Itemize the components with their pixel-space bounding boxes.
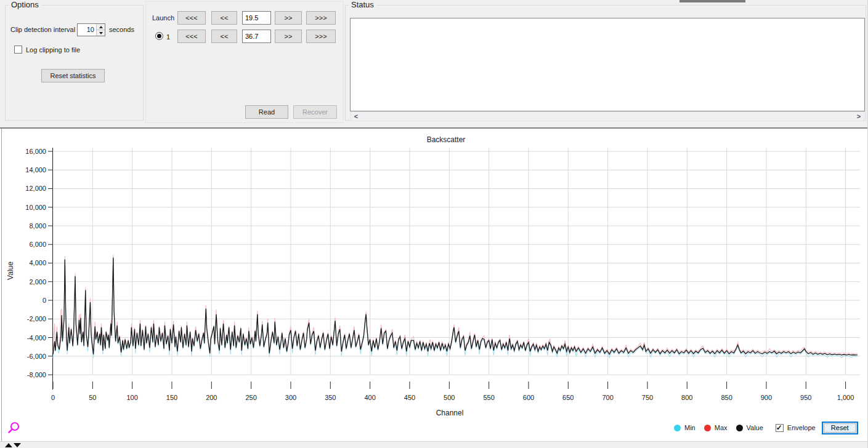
y-tick-label: -6,000 — [27, 353, 46, 360]
envelope-checkbox-label: Envelope — [787, 424, 816, 431]
launch-fwd-button[interactable]: >> — [275, 11, 302, 25]
x-tick-label: 450 — [404, 394, 415, 401]
spinner-up-button[interactable] — [97, 24, 105, 30]
splitter-up-arrow-icon[interactable] — [5, 443, 12, 447]
y-tick-label: 6,000 — [29, 241, 46, 248]
app-window: Options Clip detection interval 10 secon… — [0, 0, 868, 448]
x-tick-label: 300 — [285, 394, 296, 401]
x-tick-label: 100 — [126, 394, 137, 401]
ch1-fast-fwd-button[interactable]: >>> — [306, 30, 336, 43]
y-axis-label: Value — [6, 260, 15, 282]
x-tick-label: 700 — [602, 394, 613, 401]
value-series-label: Value — [747, 424, 763, 431]
log-clipping-checkbox[interactable] — [14, 46, 22, 54]
clip-interval-label: Clip detection interval — [10, 26, 75, 33]
scroll-left-arrow-icon[interactable]: < — [351, 112, 361, 121]
options-panel-title: Options — [9, 0, 41, 9]
y-tick-label: 8,000 — [29, 222, 46, 230]
x-tick-label: 500 — [444, 394, 455, 401]
x-tick-label: 200 — [206, 394, 217, 401]
ch1-fwd-button[interactable]: >> — [275, 30, 302, 43]
clip-interval-spinner[interactable]: 10 — [77, 23, 105, 36]
chart-legend: Min Max Value ✓ Envelope Reset — [674, 420, 858, 435]
spinner-down-button[interactable] — [97, 30, 105, 36]
clip-interval-value[interactable]: 10 — [78, 24, 96, 36]
x-tick-label: 600 — [523, 394, 534, 401]
status-panel: Status < > — [345, 5, 866, 121]
max-series-label: Max — [715, 424, 728, 431]
top-edge-scrollbar-thumb[interactable] — [679, 0, 745, 2]
y-tick-label: 2,000 — [29, 278, 46, 286]
x-tick-label: 750 — [642, 394, 653, 401]
up-arrow-icon — [99, 26, 103, 28]
checkmark-icon: ✓ — [776, 423, 782, 432]
value-series-line — [53, 257, 858, 354]
down-arrow-icon — [99, 32, 103, 34]
splitter-down-arrow-icon[interactable] — [14, 443, 21, 447]
envelope-checkbox[interactable]: ✓ — [776, 424, 784, 432]
ch1-value-field[interactable] — [242, 30, 271, 43]
y-tick-label: 16,000 — [25, 148, 46, 155]
y-tick-label: 0 — [43, 297, 46, 304]
x-tick-label: 350 — [325, 394, 336, 401]
chart-title: Backscatter — [403, 135, 489, 144]
value-series-dot-icon — [736, 425, 743, 431]
log-clipping-label: Log clipping to file — [26, 46, 80, 54]
status-panel-title: Status — [349, 0, 376, 9]
launch-back-button[interactable]: << — [211, 11, 237, 25]
launch-panel: Launch <<< << >> >>> 1 <<< << >> >>> Rea… — [145, 1, 344, 123]
status-hscrollbar[interactable]: < > — [351, 111, 864, 121]
x-tick-label: 800 — [681, 394, 692, 401]
y-tick-label: -2,000 — [27, 315, 46, 322]
x-tick-label: 850 — [721, 394, 732, 401]
y-tick-label: 10,000 — [25, 204, 46, 211]
magnifier-icon[interactable] — [6, 421, 22, 437]
read-button[interactable]: Read — [245, 105, 288, 119]
x-tick-label: 950 — [800, 394, 811, 401]
chart-panel: -8,000-6,000-4,000-2,00002,0004,0006,000… — [0, 127, 868, 441]
reset-statistics-button[interactable]: Reset statistics — [41, 69, 105, 82]
x-axis-label: Channel — [407, 409, 493, 417]
ch1-fast-back-button[interactable]: <<< — [177, 30, 206, 43]
channel-1-radio[interactable] — [155, 32, 163, 40]
x-tick-label: 400 — [364, 394, 375, 401]
x-tick-label: 1,000 — [837, 394, 854, 401]
recover-button: Recover — [293, 105, 337, 119]
launch-fast-fwd-button[interactable]: >>> — [306, 11, 336, 25]
reset-button[interactable]: Reset — [822, 422, 858, 434]
channel-1-radio-label: 1 — [166, 33, 170, 41]
x-tick-label: 900 — [761, 394, 772, 401]
ch1-back-button[interactable]: << — [211, 30, 237, 43]
y-tick-label: 4,000 — [29, 259, 46, 266]
x-tick-label: 0 — [51, 394, 55, 401]
y-tick-label: 12,000 — [25, 185, 46, 192]
options-panel: Options Clip detection interval 10 secon… — [5, 5, 144, 121]
scroll-right-arrow-icon[interactable]: > — [854, 112, 864, 121]
splitter-bar[interactable] — [0, 441, 868, 448]
y-tick-label: -8,000 — [27, 371, 46, 378]
max-series-dot-icon — [704, 425, 711, 431]
x-tick-label: 550 — [483, 394, 494, 401]
min-series-label: Min — [684, 424, 696, 431]
launch-value-field[interactable] — [242, 11, 271, 25]
clip-interval-unit-label: seconds — [109, 26, 134, 33]
min-series-line — [53, 259, 858, 358]
x-tick-label: 250 — [245, 394, 256, 401]
x-tick-label: 50 — [89, 394, 96, 401]
x-tick-label: 650 — [562, 394, 574, 401]
radio-dot-icon — [157, 34, 161, 38]
status-textarea[interactable] — [350, 18, 865, 111]
launch-fast-back-button[interactable]: <<< — [177, 11, 206, 25]
x-tick-label: 150 — [166, 394, 177, 401]
launch-label: Launch — [152, 14, 174, 22]
min-series-dot-icon — [674, 425, 681, 431]
chart-plot-area[interactable]: -8,000-6,000-4,000-2,00002,0004,0006,000… — [0, 129, 868, 442]
y-tick-label: 14,000 — [25, 166, 46, 174]
y-tick-label: -4,000 — [27, 334, 46, 342]
